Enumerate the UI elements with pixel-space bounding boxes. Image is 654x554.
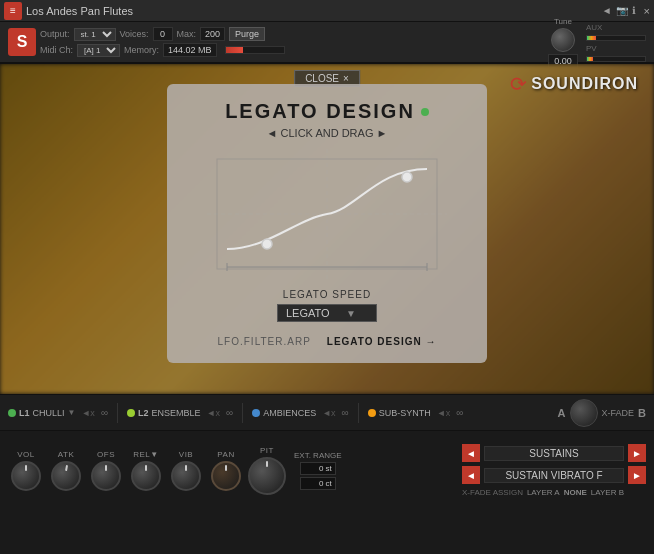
st-field[interactable] — [300, 462, 336, 475]
pv-meter — [586, 56, 646, 62]
vibrato-preset: SUSTAIN VIBRATO F — [484, 468, 624, 483]
pan-knob[interactable] — [211, 461, 241, 491]
info-icon[interactable]: ℹ — [632, 5, 636, 16]
ambiences-link-icon[interactable]: ∞ — [342, 407, 349, 418]
panel-nav-lfo[interactable]: LFO.FILTER.ARP — [218, 336, 311, 347]
title-bar-icons: ◄ 📷 ℹ × — [602, 5, 650, 17]
xfade-assign-row: X-FADE ASSIGN LAYER A NONE LAYER B — [462, 488, 646, 497]
bottom-controls: VOL ATK OFS REL▼ VIB PAN PIT EXT. RANGE … — [0, 430, 654, 510]
subsynth-link-icon[interactable]: ∞ — [456, 407, 463, 418]
l2-name: ENSEMBLE — [152, 408, 201, 418]
vibrato-next-button[interactable]: ► — [628, 466, 646, 484]
ct-field[interactable] — [300, 477, 336, 490]
atk-group: ATK — [48, 450, 84, 491]
l1-link-icon[interactable]: ∞ — [101, 407, 108, 418]
output-label: Output: — [40, 29, 70, 39]
vib-label: VIB — [179, 450, 193, 459]
sustains-row: ◄ SUSTAINS ► — [462, 444, 646, 462]
atk-label: ATK — [58, 450, 74, 459]
legato-dropdown[interactable]: LEGATO ▼ — [277, 304, 377, 322]
app-logo: ≡ — [4, 2, 22, 20]
ext-range-section: EXT. RANGE — [294, 451, 342, 490]
l2-link-icon[interactable]: ∞ — [226, 407, 233, 418]
soundiron-icon: ⟳ — [510, 72, 527, 96]
layer-l1[interactable]: L1 CHULLI ▼ — [8, 408, 75, 418]
xfade-layer-a[interactable]: LAYER A — [527, 488, 560, 497]
bottom-right: ◄ SUSTAINS ► ◄ SUSTAIN VIBRATO F ► X-FAD… — [462, 444, 646, 497]
vib-knob[interactable] — [171, 461, 201, 491]
a-label: A — [558, 407, 566, 419]
l2-mute[interactable]: ◄x — [207, 408, 220, 418]
camera-icon[interactable]: 📷 — [616, 5, 628, 16]
vol-group: VOL — [8, 450, 44, 491]
voices-value: 0 — [153, 27, 173, 41]
pit-group: PIT — [248, 446, 286, 495]
subsynth-label: SUB-SYNTH — [379, 408, 431, 418]
layer-ambiences[interactable]: AMBIENCES — [252, 408, 316, 418]
sustain-vibrato-row: ◄ SUSTAIN VIBRATO F ► — [462, 466, 646, 484]
vol-label: VOL — [17, 450, 35, 459]
svg-point-3 — [262, 239, 272, 249]
l1-label: L1 — [19, 408, 30, 418]
panel-nav-legato[interactable]: LEGATO DESIGN → — [327, 336, 437, 347]
output-select[interactable]: st. 1 — [74, 28, 116, 41]
purge-button[interactable]: Purge — [229, 27, 265, 41]
l1-dropdown-icon[interactable]: ▼ — [68, 408, 76, 417]
xfade-none[interactable]: NONE — [564, 488, 587, 497]
layer-l2[interactable]: L2 ENSEMBLE — [127, 408, 201, 418]
memory-value: 144.02 MB — [163, 43, 217, 57]
tune-label: Tune — [554, 17, 572, 26]
midi-select[interactable]: [A] 1 — [77, 44, 120, 57]
layer-sep-3 — [358, 403, 359, 423]
l1-mute[interactable]: ◄x — [81, 408, 94, 418]
legato-speed-label: LEGATO SPEED — [283, 289, 371, 300]
atk-knob[interactable] — [51, 461, 81, 491]
output-row: Output: st. 1 Voices: 0 Max: 200 Purge — [40, 27, 285, 41]
xfade-knob[interactable] — [570, 399, 598, 427]
soundiron-text: SOUNDIRON — [531, 75, 638, 93]
vibrato-prev-button[interactable]: ◄ — [462, 466, 480, 484]
layer-sep-1 — [117, 403, 118, 423]
rel-knob[interactable] — [131, 461, 161, 491]
curve-area[interactable] — [207, 149, 447, 279]
subsynth-dot — [368, 409, 376, 417]
legato-curve[interactable] — [207, 149, 447, 279]
subsynth-mute[interactable]: ◄x — [437, 408, 450, 418]
xfade-assign-label: X-FADE ASSIGN — [462, 488, 523, 497]
legato-panel: LEGATO DESIGN ◄ CLICK AND DRAG ► — [167, 84, 487, 363]
main-content: ⟳ SOUNDIRON CLOSE × LEGATO DESIGN ◄ CLIC… — [0, 64, 654, 394]
ofs-knob[interactable] — [91, 461, 121, 491]
l2-dot — [127, 409, 135, 417]
layer-subsynth[interactable]: SUB-SYNTH — [368, 408, 431, 418]
nav-left-icon[interactable]: ◄ — [602, 5, 612, 16]
pv-label: PV — [586, 44, 646, 53]
close-overlay-label: CLOSE — [305, 73, 339, 84]
xfade-layer-b[interactable]: LAYER B — [591, 488, 624, 497]
layer-sep-2 — [242, 403, 243, 423]
sustains-next-button[interactable]: ► — [628, 444, 646, 462]
pit-knob[interactable] — [248, 457, 286, 495]
max-value: 200 — [200, 27, 225, 41]
ext-range-label: EXT. RANGE — [294, 451, 342, 460]
xfade-label: X-FADE — [602, 408, 635, 418]
rel-group: REL▼ — [128, 450, 164, 491]
pit-label: PIT — [260, 446, 274, 455]
sustains-prev-button[interactable]: ◄ — [462, 444, 480, 462]
vol-knob[interactable] — [11, 461, 41, 491]
tune-knob[interactable] — [551, 28, 575, 52]
aux-label: AUX — [586, 23, 646, 32]
l1-name: CHULLI — [33, 408, 65, 418]
aux-meter — [586, 35, 646, 41]
memory-label: Memory: — [124, 45, 159, 55]
ambiences-dot — [252, 409, 260, 417]
sustains-preset: SUSTAINS — [484, 446, 624, 461]
close-overlay-x: × — [343, 73, 349, 84]
close-window-button[interactable]: × — [644, 5, 650, 17]
soundiron-logo: ⟳ SOUNDIRON — [510, 72, 638, 96]
s-logo: S — [8, 28, 36, 56]
pan-group: PAN — [208, 450, 244, 491]
ofs-group: OFS — [88, 450, 124, 491]
ambiences-mute[interactable]: ◄x — [322, 408, 335, 418]
rel-label: REL▼ — [133, 450, 158, 459]
click-drag-label[interactable]: ◄ CLICK AND DRAG ► — [267, 127, 388, 139]
